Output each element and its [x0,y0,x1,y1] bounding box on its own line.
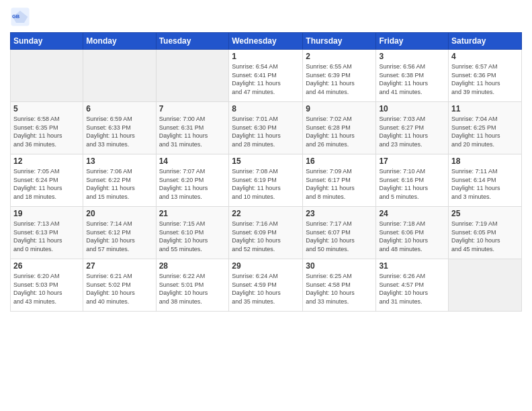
calendar-cell: 12Sunrise: 7:05 AM Sunset: 6:24 PM Dayli… [11,154,83,207]
calendar-week-3: 12Sunrise: 7:05 AM Sunset: 6:24 PM Dayli… [11,154,522,207]
logo: GB [10,7,33,27]
calendar-cell: 28Sunrise: 6:22 AM Sunset: 5:01 PM Dayli… [156,259,229,312]
day-number: 27 [86,261,152,271]
calendar-week-4: 19Sunrise: 7:13 AM Sunset: 6:13 PM Dayli… [11,207,522,259]
day-info: Sunrise: 7:02 AM Sunset: 6:28 PM Dayligh… [306,115,373,148]
day-number: 11 [451,104,519,113]
day-number: 29 [232,261,300,271]
calendar-cell: 14Sunrise: 7:07 AM Sunset: 6:20 PM Dayli… [156,154,229,207]
day-number: 1 [232,52,300,61]
day-number: 6 [86,104,152,113]
day-header-friday: Friday [376,33,449,50]
day-info: Sunrise: 6:26 AM Sunset: 4:57 PM Dayligh… [379,272,445,306]
svg-text:GB: GB [12,13,20,19]
day-number: 12 [13,156,80,166]
calendar-cell: 10Sunrise: 7:03 AM Sunset: 6:27 PM Dayli… [376,102,449,154]
day-info: Sunrise: 6:24 AM Sunset: 4:59 PM Dayligh… [232,272,300,306]
day-info: Sunrise: 6:56 AM Sunset: 6:38 PM Dayligh… [379,62,445,96]
calendar-cell [83,50,156,102]
day-header-thursday: Thursday [303,33,376,50]
calendar-cell: 27Sunrise: 6:21 AM Sunset: 5:02 PM Dayli… [83,259,156,312]
calendar-cell: 9Sunrise: 7:02 AM Sunset: 6:28 PM Daylig… [303,102,376,154]
calendar-table: SundayMondayTuesdayWednesdayThursdayFrid… [10,32,522,312]
calendar-week-2: 5Sunrise: 6:58 AM Sunset: 6:35 PM Daylig… [11,102,522,154]
day-info: Sunrise: 7:15 AM Sunset: 6:10 PM Dayligh… [159,220,226,253]
day-number: 23 [306,209,373,218]
calendar-cell [11,50,83,102]
day-info: Sunrise: 6:54 AM Sunset: 6:41 PM Dayligh… [232,62,300,96]
calendar-header-row: SundayMondayTuesdayWednesdayThursdayFrid… [11,33,522,50]
calendar-cell: 11Sunrise: 7:04 AM Sunset: 6:25 PM Dayli… [449,102,522,154]
header: GB [10,7,522,27]
calendar-cell: 21Sunrise: 7:15 AM Sunset: 6:10 PM Dayli… [156,207,229,259]
day-info: Sunrise: 7:14 AM Sunset: 6:12 PM Dayligh… [86,220,152,253]
day-number: 10 [379,104,445,113]
day-info: Sunrise: 6:55 AM Sunset: 6:39 PM Dayligh… [306,62,373,96]
day-number: 4 [451,52,519,61]
day-info: Sunrise: 7:11 AM Sunset: 6:14 PM Dayligh… [451,167,519,201]
day-number: 3 [379,52,445,61]
day-number: 24 [379,209,445,218]
day-header-monday: Monday [83,33,156,50]
day-info: Sunrise: 7:10 AM Sunset: 6:16 PM Dayligh… [379,167,445,201]
calendar-cell [156,50,229,102]
calendar-cell: 6Sunrise: 6:59 AM Sunset: 6:33 PM Daylig… [83,102,156,154]
day-info: Sunrise: 7:08 AM Sunset: 6:19 PM Dayligh… [232,167,300,201]
calendar-cell: 3Sunrise: 6:56 AM Sunset: 6:38 PM Daylig… [376,50,449,102]
calendar-week-5: 26Sunrise: 6:20 AM Sunset: 5:03 PM Dayli… [11,259,522,312]
calendar-cell: 19Sunrise: 7:13 AM Sunset: 6:13 PM Dayli… [11,207,83,259]
calendar-cell: 7Sunrise: 7:00 AM Sunset: 6:31 PM Daylig… [156,102,229,154]
calendar-cell: 29Sunrise: 6:24 AM Sunset: 4:59 PM Dayli… [229,259,303,312]
calendar-cell: 24Sunrise: 7:18 AM Sunset: 6:06 PM Dayli… [376,207,449,259]
day-info: Sunrise: 7:17 AM Sunset: 6:07 PM Dayligh… [306,220,373,253]
day-number: 16 [306,156,373,166]
calendar-cell: 20Sunrise: 7:14 AM Sunset: 6:12 PM Dayli… [83,207,156,259]
calendar-cell: 1Sunrise: 6:54 AM Sunset: 6:41 PM Daylig… [229,50,303,102]
calendar-cell: 17Sunrise: 7:10 AM Sunset: 6:16 PM Dayli… [376,154,449,207]
day-info: Sunrise: 7:01 AM Sunset: 6:30 PM Dayligh… [232,115,300,148]
day-info: Sunrise: 7:00 AM Sunset: 6:31 PM Dayligh… [159,115,226,148]
day-header-sunday: Sunday [11,33,83,50]
calendar-cell: 4Sunrise: 6:57 AM Sunset: 6:36 PM Daylig… [449,50,522,102]
calendar-cell: 16Sunrise: 7:09 AM Sunset: 6:17 PM Dayli… [303,154,376,207]
calendar-cell: 25Sunrise: 7:19 AM Sunset: 6:05 PM Dayli… [449,207,522,259]
day-info: Sunrise: 6:22 AM Sunset: 5:01 PM Dayligh… [159,272,226,306]
day-info: Sunrise: 7:13 AM Sunset: 6:13 PM Dayligh… [13,220,80,253]
day-info: Sunrise: 7:04 AM Sunset: 6:25 PM Dayligh… [451,115,519,148]
calendar-cell: 13Sunrise: 7:06 AM Sunset: 6:22 PM Dayli… [83,154,156,207]
day-header-wednesday: Wednesday [229,33,303,50]
calendar-cell: 31Sunrise: 6:26 AM Sunset: 4:57 PM Dayli… [376,259,449,312]
day-number: 18 [451,156,519,166]
calendar-cell: 2Sunrise: 6:55 AM Sunset: 6:39 PM Daylig… [303,50,376,102]
day-number: 26 [13,261,80,271]
calendar-cell: 18Sunrise: 7:11 AM Sunset: 6:14 PM Dayli… [449,154,522,207]
day-number: 15 [232,156,300,166]
day-info: Sunrise: 6:21 AM Sunset: 5:02 PM Dayligh… [86,272,152,306]
day-info: Sunrise: 6:59 AM Sunset: 6:33 PM Dayligh… [86,115,152,148]
day-number: 8 [232,104,300,113]
calendar-cell: 30Sunrise: 6:25 AM Sunset: 4:58 PM Dayli… [303,259,376,312]
day-number: 30 [306,261,373,271]
day-number: 21 [159,209,226,218]
calendar-week-1: 1Sunrise: 6:54 AM Sunset: 6:41 PM Daylig… [11,50,522,102]
day-info: Sunrise: 6:58 AM Sunset: 6:35 PM Dayligh… [13,115,80,148]
calendar-cell: 15Sunrise: 7:08 AM Sunset: 6:19 PM Dayli… [229,154,303,207]
day-number: 28 [159,261,226,271]
day-info: Sunrise: 7:03 AM Sunset: 6:27 PM Dayligh… [379,115,445,148]
calendar-cell: 22Sunrise: 7:16 AM Sunset: 6:09 PM Dayli… [229,207,303,259]
day-number: 7 [159,104,226,113]
day-number: 14 [159,156,226,166]
day-info: Sunrise: 7:06 AM Sunset: 6:22 PM Dayligh… [86,167,152,201]
calendar-cell [449,259,522,312]
calendar-cell: 8Sunrise: 7:01 AM Sunset: 6:30 PM Daylig… [229,102,303,154]
day-number: 9 [306,104,373,113]
calendar-cell: 5Sunrise: 6:58 AM Sunset: 6:35 PM Daylig… [11,102,83,154]
calendar-cell: 23Sunrise: 7:17 AM Sunset: 6:07 PM Dayli… [303,207,376,259]
day-info: Sunrise: 7:07 AM Sunset: 6:20 PM Dayligh… [159,167,226,201]
day-number: 17 [379,156,445,166]
day-number: 31 [379,261,445,271]
day-number: 19 [13,209,80,218]
day-number: 2 [306,52,373,61]
page: GB SundayMondayTuesdayWednesdayThursdayF… [0,0,532,411]
day-info: Sunrise: 7:19 AM Sunset: 6:05 PM Dayligh… [451,220,519,253]
